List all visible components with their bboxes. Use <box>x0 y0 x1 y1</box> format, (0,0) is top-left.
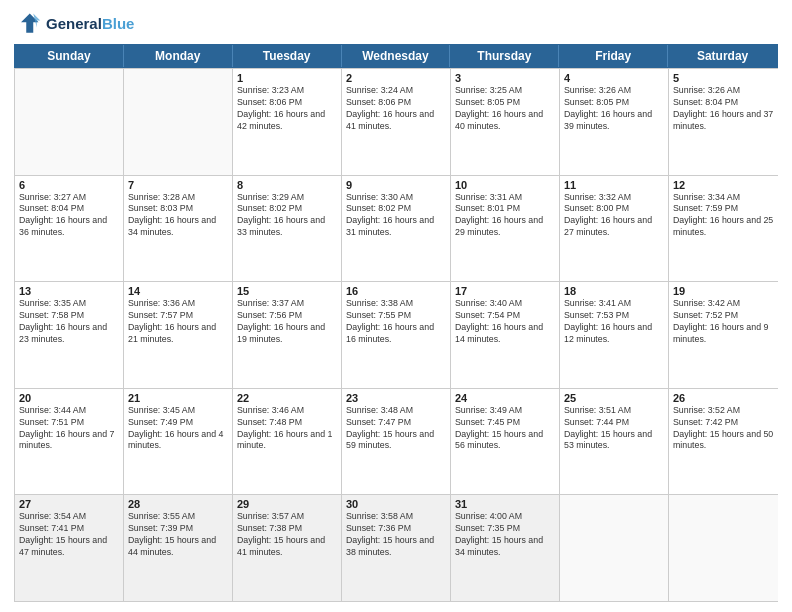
calendar-cell: 25Sunrise: 3:51 AM Sunset: 7:44 PM Dayli… <box>560 389 669 495</box>
day-number: 14 <box>128 285 228 297</box>
calendar-cell: 24Sunrise: 3:49 AM Sunset: 7:45 PM Dayli… <box>451 389 560 495</box>
calendar-cell: 28Sunrise: 3:55 AM Sunset: 7:39 PM Dayli… <box>124 495 233 601</box>
calendar-header-cell: Sunday <box>15 45 124 67</box>
cell-text: Sunrise: 3:44 AM Sunset: 7:51 PM Dayligh… <box>19 405 119 453</box>
calendar: SundayMondayTuesdayWednesdayThursdayFrid… <box>14 44 778 602</box>
calendar-cell: 12Sunrise: 3:34 AM Sunset: 7:59 PM Dayli… <box>669 176 778 282</box>
calendar-cell: 23Sunrise: 3:48 AM Sunset: 7:47 PM Dayli… <box>342 389 451 495</box>
day-number: 20 <box>19 392 119 404</box>
cell-text: Sunrise: 3:27 AM Sunset: 8:04 PM Dayligh… <box>19 192 119 240</box>
cell-text: Sunrise: 3:41 AM Sunset: 7:53 PM Dayligh… <box>564 298 664 346</box>
cell-text: Sunrise: 3:35 AM Sunset: 7:58 PM Dayligh… <box>19 298 119 346</box>
calendar-cell: 14Sunrise: 3:36 AM Sunset: 7:57 PM Dayli… <box>124 282 233 388</box>
calendar-header: SundayMondayTuesdayWednesdayThursdayFrid… <box>14 44 778 68</box>
day-number: 22 <box>237 392 337 404</box>
cell-text: Sunrise: 3:49 AM Sunset: 7:45 PM Dayligh… <box>455 405 555 453</box>
cell-text: Sunrise: 3:25 AM Sunset: 8:05 PM Dayligh… <box>455 85 555 133</box>
day-number: 18 <box>564 285 664 297</box>
cell-text: Sunrise: 3:42 AM Sunset: 7:52 PM Dayligh… <box>673 298 774 346</box>
calendar-cell: 27Sunrise: 3:54 AM Sunset: 7:41 PM Dayli… <box>15 495 124 601</box>
calendar-cell: 21Sunrise: 3:45 AM Sunset: 7:49 PM Dayli… <box>124 389 233 495</box>
cell-text: Sunrise: 3:52 AM Sunset: 7:42 PM Dayligh… <box>673 405 774 453</box>
calendar-cell: 15Sunrise: 3:37 AM Sunset: 7:56 PM Dayli… <box>233 282 342 388</box>
calendar-cell: 29Sunrise: 3:57 AM Sunset: 7:38 PM Dayli… <box>233 495 342 601</box>
calendar-cell: 7Sunrise: 3:28 AM Sunset: 8:03 PM Daylig… <box>124 176 233 282</box>
calendar-header-cell: Saturday <box>668 45 777 67</box>
calendar-cell <box>15 69 124 175</box>
calendar-cell: 31Sunrise: 4:00 AM Sunset: 7:35 PM Dayli… <box>451 495 560 601</box>
calendar-row: 27Sunrise: 3:54 AM Sunset: 7:41 PM Dayli… <box>15 494 778 601</box>
calendar-cell: 20Sunrise: 3:44 AM Sunset: 7:51 PM Dayli… <box>15 389 124 495</box>
cell-text: Sunrise: 3:38 AM Sunset: 7:55 PM Dayligh… <box>346 298 446 346</box>
calendar-header-cell: Tuesday <box>233 45 342 67</box>
cell-text: Sunrise: 3:30 AM Sunset: 8:02 PM Dayligh… <box>346 192 446 240</box>
cell-text: Sunrise: 3:31 AM Sunset: 8:01 PM Dayligh… <box>455 192 555 240</box>
cell-text: Sunrise: 3:45 AM Sunset: 7:49 PM Dayligh… <box>128 405 228 453</box>
calendar-body: 1Sunrise: 3:23 AM Sunset: 8:06 PM Daylig… <box>14 68 778 602</box>
calendar-cell <box>560 495 669 601</box>
calendar-row: 1Sunrise: 3:23 AM Sunset: 8:06 PM Daylig… <box>15 68 778 175</box>
day-number: 19 <box>673 285 774 297</box>
logo: GeneralBlue <box>14 10 134 38</box>
cell-text: Sunrise: 3:48 AM Sunset: 7:47 PM Dayligh… <box>346 405 446 453</box>
cell-text: Sunrise: 3:32 AM Sunset: 8:00 PM Dayligh… <box>564 192 664 240</box>
calendar-header-cell: Wednesday <box>342 45 451 67</box>
day-number: 6 <box>19 179 119 191</box>
calendar-cell: 16Sunrise: 3:38 AM Sunset: 7:55 PM Dayli… <box>342 282 451 388</box>
day-number: 30 <box>346 498 446 510</box>
day-number: 4 <box>564 72 664 84</box>
day-number: 13 <box>19 285 119 297</box>
page: GeneralBlue SundayMondayTuesdayWednesday… <box>0 0 792 612</box>
calendar-header-cell: Friday <box>559 45 668 67</box>
day-number: 3 <box>455 72 555 84</box>
calendar-cell: 5Sunrise: 3:26 AM Sunset: 8:04 PM Daylig… <box>669 69 778 175</box>
day-number: 16 <box>346 285 446 297</box>
cell-text: Sunrise: 3:23 AM Sunset: 8:06 PM Dayligh… <box>237 85 337 133</box>
day-number: 25 <box>564 392 664 404</box>
logo-text: GeneralBlue <box>46 16 134 33</box>
cell-text: Sunrise: 3:24 AM Sunset: 8:06 PM Dayligh… <box>346 85 446 133</box>
day-number: 17 <box>455 285 555 297</box>
header: GeneralBlue <box>14 10 778 38</box>
cell-text: Sunrise: 3:26 AM Sunset: 8:04 PM Dayligh… <box>673 85 774 133</box>
cell-text: Sunrise: 3:29 AM Sunset: 8:02 PM Dayligh… <box>237 192 337 240</box>
calendar-cell: 10Sunrise: 3:31 AM Sunset: 8:01 PM Dayli… <box>451 176 560 282</box>
day-number: 1 <box>237 72 337 84</box>
day-number: 15 <box>237 285 337 297</box>
day-number: 24 <box>455 392 555 404</box>
calendar-cell: 22Sunrise: 3:46 AM Sunset: 7:48 PM Dayli… <box>233 389 342 495</box>
logo-icon <box>14 10 42 38</box>
cell-text: Sunrise: 3:37 AM Sunset: 7:56 PM Dayligh… <box>237 298 337 346</box>
day-number: 8 <box>237 179 337 191</box>
calendar-cell: 6Sunrise: 3:27 AM Sunset: 8:04 PM Daylig… <box>15 176 124 282</box>
day-number: 31 <box>455 498 555 510</box>
calendar-cell: 13Sunrise: 3:35 AM Sunset: 7:58 PM Dayli… <box>15 282 124 388</box>
calendar-cell: 30Sunrise: 3:58 AM Sunset: 7:36 PM Dayli… <box>342 495 451 601</box>
day-number: 21 <box>128 392 228 404</box>
day-number: 5 <box>673 72 774 84</box>
calendar-cell: 3Sunrise: 3:25 AM Sunset: 8:05 PM Daylig… <box>451 69 560 175</box>
day-number: 27 <box>19 498 119 510</box>
day-number: 11 <box>564 179 664 191</box>
calendar-cell: 8Sunrise: 3:29 AM Sunset: 8:02 PM Daylig… <box>233 176 342 282</box>
cell-text: Sunrise: 3:40 AM Sunset: 7:54 PM Dayligh… <box>455 298 555 346</box>
calendar-cell: 9Sunrise: 3:30 AM Sunset: 8:02 PM Daylig… <box>342 176 451 282</box>
cell-text: Sunrise: 3:54 AM Sunset: 7:41 PM Dayligh… <box>19 511 119 559</box>
cell-text: Sunrise: 3:34 AM Sunset: 7:59 PM Dayligh… <box>673 192 774 240</box>
day-number: 12 <box>673 179 774 191</box>
calendar-cell: 19Sunrise: 3:42 AM Sunset: 7:52 PM Dayli… <box>669 282 778 388</box>
cell-text: Sunrise: 3:36 AM Sunset: 7:57 PM Dayligh… <box>128 298 228 346</box>
calendar-cell: 17Sunrise: 3:40 AM Sunset: 7:54 PM Dayli… <box>451 282 560 388</box>
calendar-row: 20Sunrise: 3:44 AM Sunset: 7:51 PM Dayli… <box>15 388 778 495</box>
calendar-cell <box>669 495 778 601</box>
day-number: 23 <box>346 392 446 404</box>
calendar-cell: 18Sunrise: 3:41 AM Sunset: 7:53 PM Dayli… <box>560 282 669 388</box>
day-number: 26 <box>673 392 774 404</box>
day-number: 28 <box>128 498 228 510</box>
calendar-header-cell: Thursday <box>450 45 559 67</box>
calendar-cell <box>124 69 233 175</box>
calendar-cell: 4Sunrise: 3:26 AM Sunset: 8:05 PM Daylig… <box>560 69 669 175</box>
cell-text: Sunrise: 4:00 AM Sunset: 7:35 PM Dayligh… <box>455 511 555 559</box>
calendar-cell: 11Sunrise: 3:32 AM Sunset: 8:00 PM Dayli… <box>560 176 669 282</box>
cell-text: Sunrise: 3:57 AM Sunset: 7:38 PM Dayligh… <box>237 511 337 559</box>
